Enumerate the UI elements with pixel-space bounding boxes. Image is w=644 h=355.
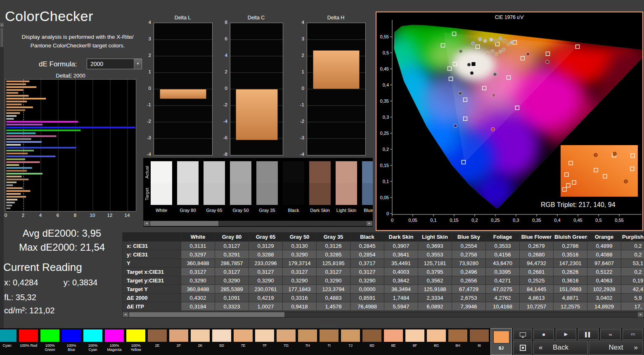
patch-100-cyan[interactable]: 100%Cyan xyxy=(83,329,103,354)
table-cell: 14,8929 xyxy=(587,302,621,311)
table-cell: 0,4088 xyxy=(587,250,621,259)
patch-2k[interactable]: 2K xyxy=(190,329,211,354)
row-header: Target Y xyxy=(123,285,181,294)
scroll-right-icon[interactable]: ► xyxy=(638,312,644,317)
patch-label: 8H xyxy=(447,343,468,348)
back-button[interactable]: « Back xyxy=(533,341,588,355)
table-cell: 73,9280 xyxy=(452,259,486,268)
pause-button[interactable]: ▌▌ xyxy=(578,329,599,340)
patch-7j[interactable]: 7J xyxy=(340,329,361,354)
scroll-left-icon[interactable]: ◄ xyxy=(144,221,149,226)
scrollbar-thumb[interactable] xyxy=(129,312,284,317)
display-button[interactable]: ▭ xyxy=(623,329,643,340)
patch-cyan[interactable]: Cyan xyxy=(0,329,17,354)
patch-8f[interactable]: 8F xyxy=(405,329,425,354)
patch-swatch xyxy=(40,329,59,342)
scroll-left-icon[interactable]: ◄ xyxy=(123,312,128,317)
swatch-gray-35: Gray 35 xyxy=(256,161,278,213)
patch-swatch xyxy=(191,329,210,342)
axis-tick-label: 0 xyxy=(5,213,7,218)
patch-8d[interactable]: 8D xyxy=(362,329,382,354)
patch-label: 2E xyxy=(147,343,168,348)
measurement-marker xyxy=(459,92,462,95)
column-header: White xyxy=(181,233,215,242)
scrollbar-track[interactable] xyxy=(128,312,638,317)
table-cell: 2,6753 xyxy=(452,294,486,302)
patch-7i[interactable]: 7I xyxy=(319,329,339,354)
swatch-label: Black xyxy=(283,208,304,213)
deltae-bar xyxy=(6,196,26,198)
patch-swatch xyxy=(362,329,381,342)
patch-100-yellow[interactable]: 100%Yellow xyxy=(125,329,146,354)
square-icon xyxy=(520,345,526,351)
table-cell: 0,2679 xyxy=(520,242,554,250)
scroll-right-icon[interactable]: ► xyxy=(367,221,372,226)
stop-button[interactable]: ■ xyxy=(533,329,554,340)
patch-100-red[interactable]: 100% Red xyxy=(18,329,39,354)
patch-swatch xyxy=(320,329,339,342)
patch-5d[interactable]: 5D xyxy=(211,329,232,354)
loop-button[interactable]: ∞ xyxy=(600,329,621,340)
table-cell: 47,0275 xyxy=(486,285,520,294)
table-row: ΔE ITP0,31840,33231,00270,94181,457876,4… xyxy=(123,302,644,311)
patch-7h[interactable]: 7H xyxy=(297,329,318,354)
scrollbar-track[interactable] xyxy=(0,27,4,330)
column-header: Purplish Blue xyxy=(621,233,644,242)
patch-swatch xyxy=(277,329,296,342)
patch-swatch xyxy=(83,329,102,342)
deltae-bar xyxy=(6,190,31,192)
axis-tick-label: -2 xyxy=(294,119,304,124)
back-arrow-icon: « xyxy=(539,343,542,352)
scroll-up-icon[interactable]: ▲ xyxy=(0,23,4,27)
table-cell: 0,4271 xyxy=(486,276,520,285)
axis-tick-label: 0,45 xyxy=(573,218,582,223)
table-cell: 4,8871 xyxy=(554,294,587,302)
patch-8g[interactable]: 8G xyxy=(426,329,447,354)
patch-100-magenta[interactable]: 100%Magenta xyxy=(104,329,125,354)
patch-8j[interactable]: 8J xyxy=(490,328,512,355)
patch-100-green[interactable]: 100%Green xyxy=(40,329,60,354)
dropdown-arrow-icon[interactable]: ▼ xyxy=(134,59,142,69)
left-scrollbar[interactable]: ▲ ▼ xyxy=(0,23,4,335)
de-formula-select[interactable]: 2000 ▼ xyxy=(87,59,142,69)
axis-tick-label: 14 xyxy=(125,213,130,218)
table-cell: 0,3291 xyxy=(215,250,249,259)
play-button[interactable]: ▶ xyxy=(556,329,576,340)
axis-tick-label: 8 xyxy=(74,213,76,218)
row-header: x: CIE31 xyxy=(123,242,181,250)
patch-label: 8G xyxy=(426,343,447,348)
axis-tick-label: 0,4 xyxy=(554,218,560,223)
table-cell: 0,4219 xyxy=(249,294,283,302)
patch-2e[interactable]: 2E xyxy=(147,329,168,354)
deltae-bar xyxy=(6,161,40,163)
axis-tick-label: 0,1 xyxy=(430,218,436,223)
table-cell: 0,1091 xyxy=(215,294,249,302)
patch-2f[interactable]: 2F xyxy=(168,329,189,354)
patch-8i[interactable]: 8I xyxy=(469,329,490,354)
patch-7g[interactable]: 7G xyxy=(276,329,296,354)
window-button[interactable] xyxy=(513,329,532,340)
next-button[interactable]: Next » xyxy=(589,341,643,355)
patch-8h[interactable]: 8H xyxy=(447,329,468,354)
scrollbar-track[interactable] xyxy=(149,221,367,226)
table-row: Target Y360,8488285,5389230,0761177,1843… xyxy=(123,285,644,294)
measurement-marker xyxy=(546,60,549,63)
table-cell: 0,3616 xyxy=(554,276,587,285)
patch-7e[interactable]: 7E xyxy=(233,329,253,354)
data-table-panel: WhiteGray 80Gray 65Gray 50Gray 35BlackDa… xyxy=(122,232,644,311)
scrollbar-thumb[interactable] xyxy=(0,28,3,47)
patch-100-blue[interactable]: 100%Blue xyxy=(61,329,82,354)
patch-7f[interactable]: 7F xyxy=(254,329,275,354)
table-corner-cell xyxy=(123,233,181,242)
scrollbar-thumb[interactable] xyxy=(150,221,218,226)
axis-tick-label: 0,05 xyxy=(408,218,417,223)
patch-8e[interactable]: 8E xyxy=(383,329,404,354)
rgb-triplet-readout: RGB Triplet: 217, 140, 94 xyxy=(541,201,616,209)
inset-measurement-marker xyxy=(594,153,597,157)
axis-tick-label: 6 xyxy=(57,213,59,218)
table-scrollbar[interactable]: ◄ ► xyxy=(122,312,644,317)
patch-display-button[interactable] xyxy=(513,341,532,355)
deltae-bar xyxy=(6,135,57,137)
deltae-bar xyxy=(6,112,20,114)
swatch-scrollbar[interactable]: ◄ ► xyxy=(143,221,373,226)
